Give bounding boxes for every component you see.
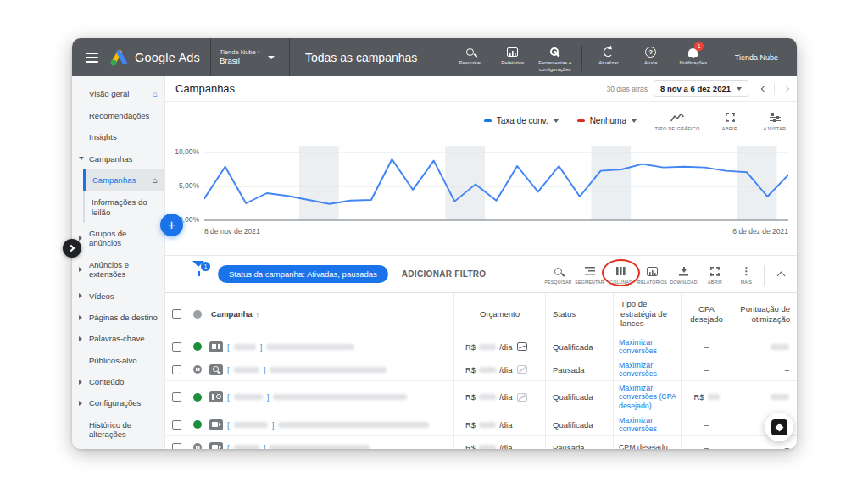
filter-toolbar: 1 Status da campanha: Ativadas, pausadas… [165, 256, 797, 293]
bid-strategy-cell[interactable]: Maximizar conversões [613, 358, 681, 380]
chat-assistant-button[interactable] [765, 413, 793, 441]
row-checkbox[interactable] [172, 420, 181, 430]
chart-canvas [204, 146, 788, 224]
page: Google Ads Tienda Nube › Brasil Todas as… [0, 0, 868, 488]
page-header: Campanhas 30 dias atrás 8 nov a 6 dez 20… [165, 76, 797, 102]
column-header-campaign[interactable]: Campanha [211, 309, 253, 319]
sidebar-item-campanhas[interactable]: Campanhas⌂ [83, 169, 164, 191]
chevron-right-icon [79, 401, 82, 406]
sidebar-item-conteudo[interactable]: Conteúdo [72, 371, 164, 392]
tool-mais-button[interactable]: ⋮MAIS [731, 263, 762, 285]
home-icon: ⌂ [153, 89, 158, 99]
sidebar-show-less[interactable]: Mostrar menos [72, 446, 164, 449]
bid-strategy-cell[interactable]: Maximizar conversões (CPA desejado) [613, 381, 681, 413]
sidebar-item-campanhas[interactable]: Campanhas [72, 148, 164, 169]
date-range-selector[interactable]: 8 nov a 6 dez 2021 [654, 80, 748, 97]
score-value-redacted [771, 344, 789, 350]
chart-type-button[interactable]: TIPO DE GRÁFICO [653, 112, 702, 131]
campaign-row[interactable]: []R$/diaQualificadaMaximizar conversões–… [165, 413, 797, 436]
campaign-name-redacted [234, 367, 259, 373]
bid-strategy-cell[interactable]: Maximizar conversões [613, 336, 681, 358]
new-campaign-button[interactable]: + [160, 214, 183, 236]
status-cell: Qualificada [545, 381, 613, 413]
sidebar-item-visao-geral[interactable]: Visão geral⌂ [72, 83, 164, 105]
topbar-atualizar-button[interactable]: Atualizar [589, 46, 628, 67]
chevron-right-icon [79, 315, 82, 320]
sidebar-item-palavras-chave[interactable]: Palavras-chave [72, 328, 164, 349]
sidebar-item-paginas-de-destino[interactable]: Páginas de destino [72, 307, 164, 328]
campaign-status-dot-enabled[interactable] [193, 342, 202, 351]
tool-colunas-button[interactable]: COLUNAS [605, 263, 637, 285]
sidebar-item-grupos-de-anuncios[interactable]: Grupos de anúncios [72, 223, 164, 254]
add-filter-button[interactable]: ADICIONAR FILTRO [402, 269, 487, 279]
topbar-action-label: Pesquisar [459, 60, 481, 67]
campaign-name-redacted [234, 445, 259, 450]
row-checkbox[interactable] [172, 392, 181, 402]
sidebar-item-recomendacoes[interactable]: Recomendações [72, 105, 164, 126]
budget-value-redacted [479, 422, 496, 428]
campaign-status-dot-paused[interactable] [193, 365, 202, 374]
row-checkbox[interactable] [172, 443, 181, 450]
row-checkbox[interactable] [172, 365, 181, 374]
topbar-ajuda-button[interactable]: Ajuda [632, 46, 670, 67]
campaign-row[interactable]: []R$/diaQualificadaMaximizar conversões … [165, 381, 797, 413]
menu-icon[interactable] [86, 50, 98, 65]
panel-expand-button[interactable] [63, 239, 81, 258]
bid-strategy-cell[interactable]: Maximizar conversões [613, 413, 681, 435]
account-region: Brasil [220, 56, 259, 66]
campaign-row[interactable]: []R$/diaPausadaMaximizar conversões–– [165, 358, 797, 381]
sidebar-item-anuncios-e-extensoes[interactable]: Anúncios e extensões [72, 254, 164, 286]
budget-cell: R$/dia [453, 336, 545, 358]
campaign-type-display-icon [209, 341, 223, 352]
campaign-status-dot-paused[interactable] [193, 443, 202, 449]
target-cpa-cell: – [681, 336, 732, 358]
select-all-checkbox[interactable] [172, 309, 181, 319]
chart-expand-button[interactable]: ABRIR [715, 112, 744, 131]
tool-abrir-button[interactable]: ABRIR [699, 263, 731, 285]
previous-period-button[interactable] [761, 85, 768, 92]
topbar-notificacoes-button[interactable]: 1Notificações [674, 46, 713, 67]
tool-download-button[interactable]: DOWNLOAD [668, 263, 699, 285]
column-header-target-cpa[interactable]: CPA desejado [681, 293, 732, 335]
expand-icon [710, 266, 720, 276]
campaign-status-dot-enabled[interactable] [193, 420, 202, 429]
campaign-type-search-icon [209, 364, 223, 375]
collapse-table-button[interactable] [768, 269, 793, 279]
metric-selector-2[interactable]: Nenhuma [575, 114, 639, 130]
sidebar-item-insights[interactable]: Insights [72, 126, 164, 147]
sidebar-item-historico-de-alteracoes[interactable]: Histórico de alterações [72, 414, 164, 446]
campaign-name-redacted [234, 422, 268, 428]
campaign-status-filter-chip[interactable]: Status da campanha: Ativadas, pausadas [218, 265, 388, 283]
button-label: AJUSTAR [764, 126, 787, 131]
column-header-budget[interactable]: Orçamento [453, 293, 545, 335]
sidebar-item-configuracoes[interactable]: Configurações [72, 392, 164, 413]
wrench-icon [549, 46, 560, 58]
tool-relatorios-button[interactable]: RELATÓRIOS [637, 263, 668, 285]
next-period-button[interactable] [782, 85, 789, 92]
topbar-relatorios-button[interactable]: Relatórios [493, 46, 532, 67]
account-name: Tienda Nube › [220, 48, 259, 56]
sidebar-item-publicos-alvo[interactable]: Públicos-alvo [72, 350, 164, 371]
topbar-ferramentas-e-configuracoes-button[interactable]: Ferramentas e configurações [536, 46, 575, 74]
help-icon [645, 46, 656, 58]
account-selector[interactable]: Tienda Nube › Brasil [211, 48, 289, 66]
tool-label: DOWNLOAD [670, 280, 697, 285]
row-checkbox[interactable] [172, 342, 181, 352]
column-header-bid-strategy[interactable]: Tipo de estratégia de lances [613, 293, 681, 335]
sidebar-item-informacoes-do-leilao[interactable]: Informações do leilão [85, 191, 164, 223]
sidebar-item-videos[interactable]: Vídeos [72, 286, 164, 307]
topbar-pesquisar-button[interactable]: Pesquisar [451, 46, 490, 67]
tool-segmentar-button[interactable]: SEGMENTAR [574, 263, 605, 285]
main-content: Campanhas 30 dias atrás 8 nov a 6 dez 20… [165, 76, 797, 449]
cpa-value-redacted [708, 394, 720, 400]
tool-pesquisar-button[interactable]: PESQUISAR [542, 263, 574, 285]
campaign-row[interactable]: []R$/diaPausadaCPM desejado–– [165, 436, 797, 449]
metric-selector-1[interactable]: Taxa de conv. [481, 114, 561, 130]
chart-adjust-button[interactable]: AJUSTAR [758, 112, 792, 131]
campaign-status-dot-enabled[interactable] [193, 393, 202, 402]
budget-chart-disabled-icon [517, 393, 527, 402]
campaign-row[interactable]: []R$/diaQualificadaMaximizar conversões– [165, 336, 797, 358]
filter-icon[interactable]: 1 [192, 267, 204, 282]
column-header-optimization-score[interactable]: Pontuação de otimização [732, 293, 797, 335]
column-header-status[interactable]: Status [545, 293, 613, 335]
